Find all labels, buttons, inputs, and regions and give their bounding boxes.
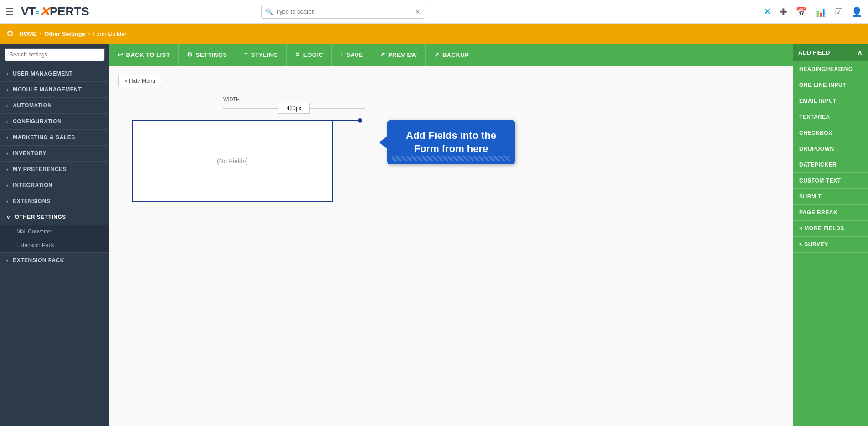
field-one-line-input[interactable]: ONE LINE INPUT (793, 77, 868, 93)
calendar-icon[interactable]: 📅 (796, 6, 807, 17)
sidebar-label-inventory: INVENTORY (13, 150, 46, 157)
form-builder-container: (No Fields) Add Fields into the Form fro… (132, 120, 784, 202)
styling-button[interactable]: ≡ STYLING (236, 44, 287, 66)
sidebar-sub-item-mail-converter[interactable]: Mail Converter (0, 225, 109, 238)
sub-nav: ⚙ HOME › Other Settings › Form Builder (0, 24, 868, 44)
right-panel: ADD FIELD ∧ HEADINGHEADING ONE LINE INPU… (793, 44, 868, 426)
sidebar-item-extension-pack[interactable]: › EXTENSION PACK (0, 252, 109, 268)
tooltip-text: Add Fields into the Form from here (406, 130, 496, 154)
breadcrumb-current: Form Builder (92, 30, 126, 37)
width-section: WIDTH (223, 96, 784, 116)
sidebar-label-marketing-sales: MARKETING & SALES (13, 134, 75, 141)
form-canvas[interactable]: (No Fields) (132, 120, 333, 202)
sidebar-item-my-preferences[interactable]: › MY PREFERENCES (0, 161, 109, 177)
logo-e: E (35, 8, 39, 15)
sidebar-search-input[interactable] (5, 48, 105, 61)
arrow-icon: › (6, 183, 8, 188)
field-dropdown[interactable]: DROPDOWN (793, 141, 868, 157)
sidebar-label-my-preferences: MY PREFERENCES (13, 166, 67, 172)
settings-icon: ⚙ (187, 51, 193, 58)
hide-menu-button[interactable]: « Hide Menu (118, 75, 161, 87)
add-icon[interactable]: ✚ (780, 6, 787, 17)
logo-vt: VT (21, 5, 35, 19)
tasks-icon[interactable]: ☑ (835, 6, 843, 17)
field-survey[interactable]: < SURVEY (793, 237, 868, 253)
sidebar-sub-item-extension-pack[interactable]: Extension Pack (0, 238, 109, 252)
field-textarea[interactable]: TEXTAREA (793, 109, 868, 125)
hamburger-icon[interactable]: ☰ (5, 6, 14, 17)
connector-line (333, 120, 360, 121)
sidebar-item-automation[interactable]: › AUTOMATION (0, 97, 109, 113)
field-checkbox[interactable]: CHECKBOX (793, 125, 868, 141)
preview-icon: ↗ (380, 51, 385, 58)
save-label: SAVE (346, 51, 363, 58)
back-to-list-label: BACK TO LIST (126, 51, 170, 58)
field-datepicker[interactable]: DATEPICKER (793, 157, 868, 173)
breadcrumb-other-settings[interactable]: Other Settings (44, 30, 85, 37)
toolbar: ↩ BACK TO LIST ⚙ SETTINGS ≡ STYLING ✕ LO… (109, 44, 793, 66)
sidebar-other-settings-submenu: Mail Converter Extension Pack (0, 225, 109, 252)
logic-button[interactable]: ✕ LOGIC (287, 44, 332, 66)
sidebar-label-other-settings: OTHER SETTINGS (15, 214, 66, 220)
form-builder-wrapper: WIDTH (No Fields) (132, 96, 784, 202)
save-button[interactable]: ↑ SAVE (332, 44, 371, 66)
chart-icon[interactable]: 📊 (815, 6, 827, 17)
sidebar-item-other-settings[interactable]: ∨ OTHER SETTINGS (0, 209, 109, 225)
field-more-fields[interactable]: < MORE FIELDS (793, 221, 868, 237)
main-layout: › USER MANAGEMENT › MODULE MANAGEMENT › … (0, 44, 868, 426)
sidebar-item-user-management[interactable]: › USER MANAGEMENT (0, 66, 109, 81)
search-input[interactable] (261, 5, 425, 19)
sidebar-item-configuration[interactable]: › CONFIGURATION (0, 113, 109, 129)
arrow-icon: › (6, 167, 8, 172)
settings-gear-icon[interactable]: ⚙ (6, 29, 14, 39)
sidebar-item-inventory[interactable]: › INVENTORY (0, 145, 109, 161)
no-fields-text: (No Fields) (217, 157, 248, 165)
sidebar-item-marketing-sales[interactable]: › MARKETING & SALES (0, 129, 109, 145)
tooltip-stripes (392, 156, 510, 161)
arrow-icon: › (6, 135, 8, 140)
arrow-icon: › (6, 151, 8, 156)
width-label: WIDTH (223, 96, 240, 102)
logic-label: LOGIC (303, 51, 324, 58)
sidebar-label-extension-pack: EXTENSION PACK (13, 257, 64, 264)
vtexperts-icon[interactable]: ✕ (763, 6, 771, 18)
sidebar: › USER MANAGEMENT › MODULE MANAGEMENT › … (0, 44, 109, 426)
backup-icon: ↗ (434, 51, 440, 58)
sidebar-item-integration[interactable]: › INTEGRATION (0, 177, 109, 193)
width-line-right (310, 108, 365, 109)
settings-button[interactable]: ⚙ SETTINGS (179, 44, 236, 66)
sidebar-item-extensions[interactable]: › EXTENSIONS (0, 193, 109, 209)
back-to-list-button[interactable]: ↩ BACK TO LIST (109, 44, 179, 66)
clear-icon[interactable]: ✕ (415, 8, 421, 15)
preview-button[interactable]: ↗ PREVIEW (371, 44, 426, 66)
sidebar-search-container (0, 44, 109, 66)
sidebar-label-user-management: USER MANAGEMENT (13, 71, 73, 77)
field-custom-text[interactable]: CUSTOM TEXT (793, 173, 868, 189)
tooltip-bubble: Add Fields into the Form from here (387, 120, 515, 164)
collapse-icon[interactable]: ∧ (857, 48, 863, 57)
preview-label: PREVIEW (388, 51, 417, 58)
breadcrumb-home[interactable]: HOME (19, 30, 37, 37)
backup-label: BACKUP (442, 51, 469, 58)
breadcrumb-separator-2: › (88, 30, 90, 37)
width-input[interactable] (278, 103, 310, 114)
styling-icon: ≡ (244, 51, 248, 58)
width-input-row (223, 103, 365, 114)
sidebar-item-module-management[interactable]: › MODULE MANAGEMENT (0, 81, 109, 97)
survey-label: < SURVEY (799, 241, 828, 248)
field-submit[interactable]: SUBMIT (793, 189, 868, 205)
logo-perts: PERTS (50, 5, 89, 19)
nav-icons: ✕ ✚ 📅 📊 ☑ 👤 (763, 6, 863, 18)
field-email-input[interactable]: EMAIL INPUT (793, 93, 868, 109)
save-icon: ↑ (340, 51, 344, 58)
arrow-icon: › (6, 87, 8, 92)
field-page-break[interactable]: PAGE BREAK (793, 205, 868, 221)
user-icon[interactable]: 👤 (851, 6, 863, 17)
styling-label: STYLING (251, 51, 278, 58)
arrow-icon: › (6, 119, 8, 124)
field-heading[interactable]: HEADINGHEADING (793, 61, 868, 77)
canvas-area: « Hide Menu WIDTH (No Fields) (109, 66, 793, 426)
logo-x: ✕ (39, 4, 50, 19)
backup-button[interactable]: ↗ BACKUP (426, 44, 478, 66)
sidebar-label-integration: INTEGRATION (13, 182, 52, 188)
